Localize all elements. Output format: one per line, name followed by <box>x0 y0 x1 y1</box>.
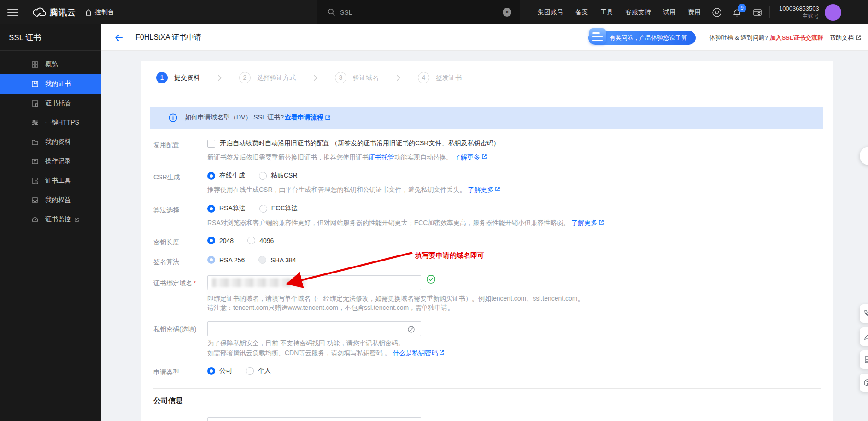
step-label: 验证域名 <box>353 74 379 82</box>
info-banner: 如何申请域名型（DV） SSL 证书? 查看申请流程 <box>150 107 823 129</box>
radio-online-generate[interactable]: 在线生成 <box>207 172 245 180</box>
search-icon <box>328 8 335 16</box>
company-name-input-partial[interactable] <box>207 417 421 421</box>
radio-selected-icon <box>207 205 215 213</box>
nav-item-group-account[interactable]: 集团账号 <box>538 8 563 17</box>
sidebar-item-certificate-tools[interactable]: 证书工具 <box>0 171 101 190</box>
radio-unselected-icon <box>259 172 267 180</box>
nav-item-tools[interactable]: 工具 <box>600 8 613 17</box>
sidebar-item-my-certificates[interactable]: 我的证书 <box>0 74 101 94</box>
rail-doc-button[interactable] <box>860 350 868 369</box>
radio-selected-disabled-icon <box>207 256 215 264</box>
clear-search-icon[interactable]: ✕ <box>503 8 511 17</box>
private-key-password-input[interactable] <box>207 321 421 336</box>
domain-note-1: 即绑定证书的域名，请填写单个域名（一经绑定无法修改，如需更换域名需要重新购买证书… <box>207 295 584 303</box>
feedback-text: 体验吐槽 & 遇到问题? <box>710 34 768 42</box>
step-label: 选择验证方式 <box>257 74 296 82</box>
account-info[interactable]: 100036853503 主账号 <box>779 5 819 20</box>
nav-item-trial[interactable]: 试用 <box>663 8 676 17</box>
domain-note-2: 请注意：tencent.com只赠送www.tencent.com，不包含ssl… <box>207 304 454 312</box>
reuse-config-checkbox[interactable] <box>207 140 215 148</box>
radio-ecc-algorithm[interactable]: ECC算法 <box>259 204 298 213</box>
document-icon <box>863 356 868 364</box>
radio-rsa-256[interactable]: RSA 256 <box>207 256 245 264</box>
radio-paste-csr[interactable]: 粘贴CSR <box>259 172 298 180</box>
step-number: 3 <box>335 72 346 83</box>
sidebar-item-my-profile[interactable]: 我的资料 <box>0 132 101 152</box>
external-link-icon <box>74 217 79 222</box>
external-link-icon <box>495 186 500 193</box>
sidebar-item-operation-log[interactable]: 操作记录 <box>0 152 101 171</box>
notification-count-badge: 9 <box>738 4 746 12</box>
sidebar-item-overview[interactable]: 概览 <box>0 55 101 74</box>
floating-assistant-button[interactable] <box>860 147 868 165</box>
rail-contact-button[interactable] <box>860 304 868 323</box>
sidebar-item-one-click-https[interactable]: 一键HTTPS <box>0 113 101 132</box>
reuse-config-checkbox-label: 开启自动续费时自动沿用旧证书的配置 （新签发的证书沿用旧证书的CSR文件、私钥及… <box>220 139 499 148</box>
radio-personal[interactable]: 个人 <box>246 367 271 375</box>
csr-generation-note: 推荐使用在线生成CSR，由平台生成和管理您的私钥和公钥证书文件，避免私钥文件丢失… <box>207 186 500 194</box>
avatar[interactable] <box>825 4 841 21</box>
step-submit-info: 1 提交资料 <box>156 72 200 83</box>
what-is-private-key-password-link[interactable]: 什么是私钥密码 <box>393 349 438 356</box>
radio-disabled-icon <box>258 256 266 264</box>
learn-more-link[interactable]: 了解更多 <box>468 186 493 193</box>
question-icon <box>863 379 868 387</box>
password-note-1: 为了保障私钥安全，目前 不支持密码找回 功能，请您牢记私钥密码。 <box>207 339 405 348</box>
certificate-hosting-link[interactable]: 证书托管 <box>369 154 394 161</box>
survey-button[interactable]: 有奖问卷，产品体验您说了算 <box>588 31 696 45</box>
sidebar-item-my-benefits[interactable]: 我的权益 <box>0 190 101 210</box>
domain-input[interactable] <box>207 275 421 290</box>
page-title: F0HLStXA 证书申请 <box>135 33 201 42</box>
rail-question-button[interactable] <box>860 374 868 392</box>
radio-selected-icon <box>207 172 215 180</box>
company-info-section-title: 公司信息 <box>153 396 183 406</box>
csr-generation-control: 在线生成 粘贴CSR <box>207 172 311 180</box>
nav-item-icp[interactable]: 备案 <box>575 8 588 17</box>
voice-assistant-icon[interactable] <box>712 7 722 18</box>
eye-off-icon[interactable] <box>407 326 415 333</box>
radio-company[interactable]: 公司 <box>207 367 232 375</box>
sidebar-item-certificate-monitor[interactable]: 证书监控 <box>0 210 101 229</box>
key-length-control: 2048 4096 <box>207 237 287 244</box>
sign-algorithm-label: 签名算法 <box>153 258 209 266</box>
step-number: 2 <box>239 72 251 83</box>
navbar-right: 集团账号 备案 工具 客服支持 试用 费用 9 100036853503 主账号 <box>532 0 841 24</box>
sidebar-item-label: 我的资料 <box>45 138 71 146</box>
radio-4096[interactable]: 4096 <box>247 237 274 244</box>
learn-more-link[interactable]: 了解更多 <box>454 154 480 161</box>
step-number: 1 <box>156 72 168 83</box>
apply-type-control: 公司 个人 <box>207 367 285 375</box>
divider <box>769 6 770 18</box>
search-input[interactable] <box>340 9 478 16</box>
back-button[interactable] <box>113 32 124 43</box>
console-settings-icon[interactable] <box>752 7 762 18</box>
global-search[interactable]: ✕ <box>317 0 520 24</box>
notification-bell-icon[interactable]: 9 <box>732 7 742 18</box>
sidebar-item-certificate-hosting[interactable]: 证书托管 <box>0 94 101 113</box>
tencent-cloud-logo[interactable]: 腾讯云 <box>32 0 76 24</box>
phone-icon <box>863 310 868 318</box>
chevron-right-icon <box>396 75 400 81</box>
sign-algorithm-control: RSA 256 SHA 384 <box>207 256 310 264</box>
radio-2048[interactable]: 2048 <box>207 237 234 244</box>
nav-item-billing[interactable]: 费用 <box>688 8 701 17</box>
rail-feedback-button[interactable] <box>860 327 868 346</box>
join-ssl-group-link[interactable]: 加入SSL证书交流群 <box>770 34 823 42</box>
page-header: F0HLStXA 证书申请 有奖问卷，产品体验您说了算 体验吐槽 & 遇到问题?… <box>101 24 868 51</box>
radio-unselected-icon <box>259 205 267 213</box>
external-link-icon <box>325 115 331 121</box>
nav-item-support[interactable]: 客服支持 <box>625 8 651 17</box>
learn-more-link[interactable]: 了解更多 <box>571 219 597 226</box>
console-link[interactable]: 控制台 <box>85 0 114 24</box>
certificate-tools-icon <box>31 177 39 184</box>
sidebar-item-label: 证书监控 <box>45 215 71 224</box>
view-apply-flow-link[interactable]: 查看申请流程 <box>285 113 323 122</box>
radio-sha-384[interactable]: SHA 384 <box>258 256 296 264</box>
survey-button-label: 有奖问卷，产品体验您说了算 <box>610 34 687 42</box>
help-doc-link[interactable]: 帮助文档 <box>830 34 862 42</box>
hamburger-menu-icon[interactable] <box>7 7 18 17</box>
pencil-icon <box>863 333 868 341</box>
radio-rsa-algorithm[interactable]: RSA算法 <box>207 204 246 213</box>
info-icon <box>169 113 177 122</box>
